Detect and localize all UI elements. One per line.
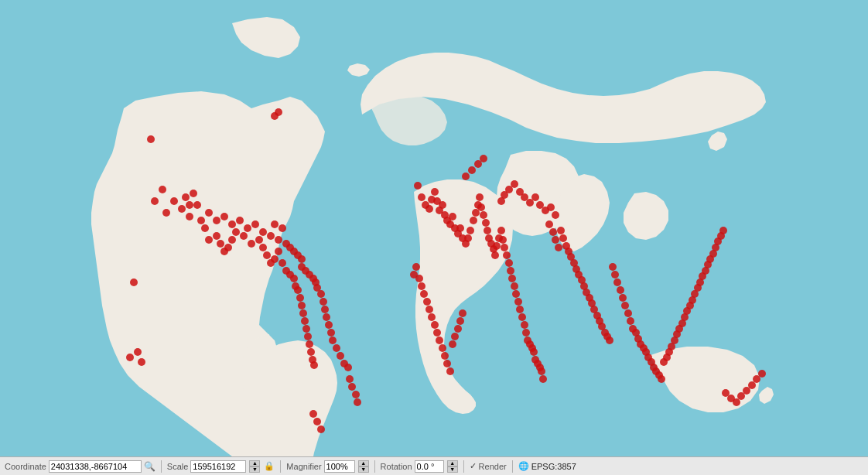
svg-point-127 <box>499 236 507 244</box>
rotation-up-button[interactable]: ▲ <box>447 460 458 466</box>
scale-down-button[interactable]: ▼ <box>249 466 260 473</box>
svg-point-11 <box>213 217 220 224</box>
svg-point-110 <box>464 234 472 242</box>
svg-point-148 <box>539 375 547 383</box>
svg-point-245 <box>462 173 470 180</box>
svg-point-129 <box>503 251 511 259</box>
svg-point-131 <box>507 267 514 275</box>
svg-point-9 <box>197 217 205 224</box>
svg-point-75 <box>299 309 307 317</box>
scale-input[interactable] <box>190 460 246 473</box>
svg-point-1 <box>147 135 155 143</box>
svg-point-18 <box>267 232 275 240</box>
svg-point-7 <box>186 213 193 220</box>
coordinate-icon: 🔍 <box>144 461 155 472</box>
svg-point-40 <box>333 344 340 352</box>
svg-point-112 <box>470 217 477 224</box>
svg-point-172 <box>555 244 562 251</box>
rotation-down-button[interactable]: ▼ <box>447 466 458 473</box>
coordinate-input[interactable] <box>49 460 142 473</box>
svg-point-36 <box>323 313 330 321</box>
svg-point-168 <box>459 309 466 317</box>
svg-point-117 <box>480 211 487 219</box>
svg-point-72 <box>294 286 302 294</box>
svg-point-137 <box>518 313 526 321</box>
svg-point-80 <box>307 348 315 356</box>
svg-point-173 <box>557 227 565 234</box>
svg-point-37 <box>325 321 333 329</box>
coordinate-item: Coordinate 🔍 <box>5 460 155 473</box>
svg-point-134 <box>512 290 520 298</box>
svg-point-16 <box>251 220 259 228</box>
svg-point-44 <box>346 375 354 383</box>
svg-point-118 <box>482 219 490 227</box>
svg-point-60 <box>248 240 255 248</box>
world-map <box>0 0 868 456</box>
svg-point-2 <box>159 186 166 193</box>
divider-2 <box>280 460 281 473</box>
svg-point-197 <box>619 294 627 302</box>
svg-point-157 <box>431 321 439 329</box>
svg-point-21 <box>279 224 286 232</box>
svg-point-74 <box>298 302 306 309</box>
rotation-input[interactable] <box>415 460 444 473</box>
magnifier-input[interactable] <box>324 460 355 473</box>
svg-point-116 <box>477 203 485 211</box>
svg-point-87 <box>182 193 190 201</box>
svg-point-119 <box>484 227 491 234</box>
svg-point-152 <box>418 282 425 290</box>
svg-point-51 <box>201 224 209 232</box>
svg-point-133 <box>511 282 518 290</box>
rotation-item: Rotation ▲ ▼ <box>381 460 458 473</box>
svg-point-97 <box>431 188 439 196</box>
svg-point-156 <box>428 313 436 321</box>
svg-point-166 <box>454 325 462 333</box>
svg-point-107 <box>456 224 464 232</box>
svg-point-50 <box>317 425 325 433</box>
magnifier-spinners: ▲ ▼ <box>358 460 369 473</box>
coordinate-label: Coordinate <box>5 462 46 471</box>
svg-point-95 <box>425 205 433 213</box>
magnifier-label: Magnifier <box>286 462 321 471</box>
svg-point-126 <box>497 227 505 234</box>
svg-point-70 <box>290 275 298 282</box>
svg-point-4 <box>162 209 170 217</box>
svg-point-62 <box>259 244 267 251</box>
svg-point-77 <box>302 325 310 333</box>
svg-point-13 <box>228 220 236 228</box>
svg-point-171 <box>552 236 559 244</box>
svg-point-63 <box>263 251 271 259</box>
svg-point-66 <box>275 248 282 255</box>
svg-point-48 <box>309 410 317 418</box>
svg-point-192 <box>606 337 613 344</box>
svg-point-15 <box>244 224 251 232</box>
svg-point-244 <box>758 370 766 378</box>
svg-point-150 <box>412 263 420 271</box>
magnifier-down-button[interactable]: ▼ <box>358 466 369 473</box>
svg-point-130 <box>505 259 513 267</box>
svg-point-52 <box>205 236 213 244</box>
svg-point-128 <box>501 244 508 251</box>
magnifier-up-button[interactable]: ▲ <box>358 460 369 466</box>
rotation-label: Rotation <box>381 462 412 471</box>
svg-point-93 <box>418 193 425 201</box>
svg-point-45 <box>348 383 356 391</box>
svg-point-35 <box>321 306 329 313</box>
epsg-icon: 🌐 <box>518 461 529 471</box>
svg-point-46 <box>352 391 360 398</box>
svg-point-246 <box>468 166 476 174</box>
svg-point-82 <box>310 361 318 369</box>
scale-up-button[interactable]: ▲ <box>249 460 260 466</box>
map-container[interactable] <box>0 0 868 456</box>
divider-3 <box>374 460 375 473</box>
svg-point-164 <box>449 340 456 348</box>
epsg-value: EPSG:3857 <box>531 462 576 471</box>
svg-point-38 <box>327 329 335 337</box>
svg-point-12 <box>220 213 228 220</box>
svg-point-91 <box>275 108 282 116</box>
svg-point-200 <box>627 317 634 325</box>
svg-point-61 <box>255 236 263 244</box>
svg-point-14 <box>236 217 244 224</box>
svg-point-236 <box>719 227 727 234</box>
svg-point-194 <box>611 271 619 279</box>
